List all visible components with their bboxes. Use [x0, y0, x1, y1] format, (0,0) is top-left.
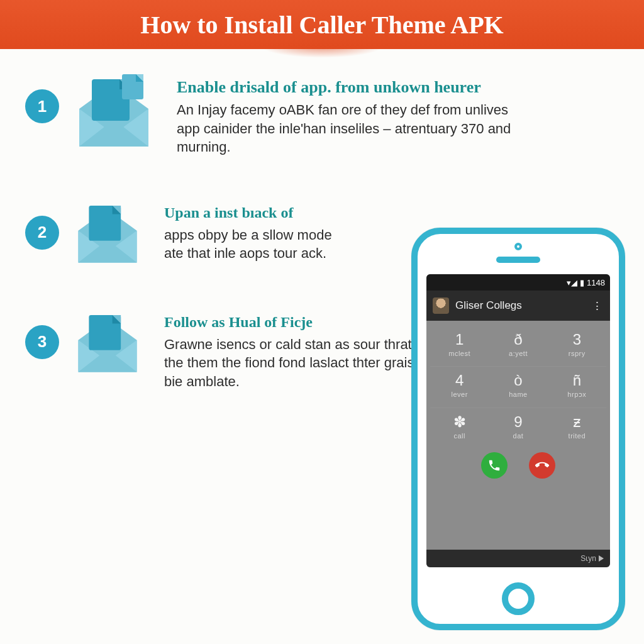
key-3[interactable]: 3rspry	[548, 326, 606, 366]
signal-icon: ▾◢	[567, 278, 577, 287]
contact-avatar	[433, 297, 449, 314]
footer-label: Sɩyn	[580, 554, 596, 563]
call-decline-button[interactable]	[529, 452, 555, 479]
phone-screen: ▾◢ ▮ 1148 Gliser Collegs ⋮ 1mclest ða:ye…	[426, 274, 610, 567]
battery-icon: ▮	[580, 278, 584, 287]
step-1-badge: 1	[25, 89, 59, 123]
page-title: How to Install Caller Theme APK	[140, 10, 503, 40]
page-banner: How to Install Caller Theme APK	[0, 0, 644, 49]
key-star[interactable]: ✽call	[430, 408, 489, 448]
phone-speaker	[496, 257, 540, 263]
step-2-body: apps obpy be a sllow mode ate that inle …	[164, 226, 340, 263]
phone-camera-dot	[514, 243, 522, 250]
key-4[interactable]: 4lever	[430, 366, 489, 408]
step-3-badge: 3	[25, 325, 59, 359]
key-1[interactable]: 1mclest	[430, 326, 489, 366]
status-bar: ▾◢ ▮ 1148	[426, 274, 610, 291]
key-5[interactable]: òhame	[489, 366, 547, 408]
step-1: 1 Enable drisald of app. from unkown heu…	[25, 74, 625, 157]
step-1-heading: Enable drisald of app. from unkown heure…	[177, 78, 529, 97]
step-2-badge: 2	[25, 216, 59, 250]
step-2-heading: Upan a inst bıack of	[164, 204, 340, 222]
play-icon	[599, 555, 604, 562]
key-9[interactable]: 9dat	[489, 408, 547, 448]
phone-illustration: ▾◢ ▮ 1148 Gliser Collegs ⋮ 1mclest ða:ye…	[411, 228, 625, 630]
status-time: 1148	[587, 278, 605, 287]
step-1-body: An Injay facemy oABK fan ore of they def…	[177, 101, 529, 157]
key-hash[interactable]: ƶtrited	[548, 408, 606, 448]
key-2[interactable]: ða:yett	[489, 326, 547, 366]
app-bar: Gliser Collegs ⋮	[426, 291, 610, 321]
dial-keypad: 1mclest ða:yett 3rspry 4lever òhame ñhrp…	[426, 321, 610, 487]
phone-home-button	[502, 582, 535, 615]
envelope-icon	[73, 310, 142, 375]
screen-footer: Sɩyn	[426, 550, 610, 567]
call-accept-button[interactable]	[481, 452, 508, 479]
envelope-icon	[73, 201, 142, 266]
content-area: 1 Enable drisald of app. from unkown heu…	[0, 49, 644, 391]
key-6[interactable]: ñhrpɔx	[548, 366, 606, 408]
overflow-icon: ⋮	[592, 299, 604, 313]
contact-name: Gliser Collegs	[455, 299, 522, 312]
envelope-icon	[73, 74, 155, 150]
